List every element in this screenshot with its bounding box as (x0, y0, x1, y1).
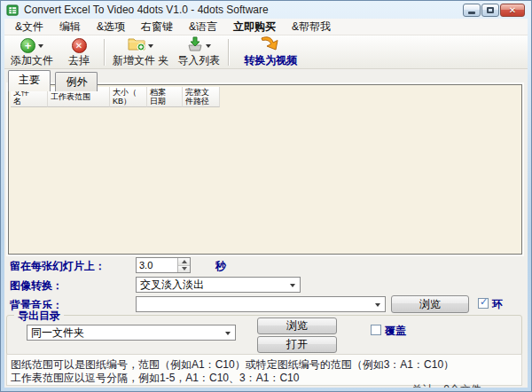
hint-line-2: 工作表范围应以逗号分隔，例如1-5，A1：C10、3：A1：C10 (11, 371, 299, 386)
window-controls: ✕ (463, 4, 525, 17)
convert-to-video-button[interactable]: 转换为视频 (232, 36, 309, 67)
maximize-button[interactable] (481, 4, 499, 17)
app-window: Convert Excel To Video 4dots V1.0 - 4dot… (0, 0, 532, 392)
menu-item-help[interactable]: &帮帮我 (284, 19, 339, 36)
spin-up-button[interactable] (178, 258, 190, 265)
loop-label: 环 (492, 297, 503, 312)
total-files-status: 总计：0个文件 (411, 382, 481, 388)
minimize-button[interactable] (463, 4, 481, 17)
export-directory-value: 同一文件夹 (31, 325, 84, 341)
new-folder-button[interactable]: 新增文件 夹 (108, 36, 173, 67)
minimize-icon (468, 12, 475, 14)
loop-checkbox[interactable] (478, 298, 489, 309)
add-files-button[interactable]: + 添加文件 (6, 36, 58, 67)
remove-icon: ✕ (72, 38, 87, 53)
new-folder-icon (128, 36, 145, 55)
chevron-down-icon (225, 332, 231, 338)
new-folder-dropdown-caret-icon[interactable] (148, 44, 153, 51)
toolbar-separator (228, 39, 229, 66)
menu-item-edit[interactable]: 编辑 (51, 19, 89, 36)
export-directory-legend: 导出目录 (14, 309, 64, 324)
slide-duration-label: 留在每张幻灯片上： (10, 259, 106, 274)
tab-strip: 主要 例外 (8, 70, 98, 85)
convert-to-video-icon (259, 35, 282, 56)
tab-main[interactable]: 主要 (8, 70, 51, 91)
transition-label: 图像转换： (10, 278, 63, 294)
export-open-button[interactable]: 打开 (257, 336, 337, 353)
export-browse-button[interactable]: 浏览 (257, 318, 337, 334)
import-list-dropdown-caret-icon[interactable] (206, 44, 211, 51)
column-header-size-kb[interactable]: 大小（ KB） (110, 87, 147, 107)
import-list-icon (187, 36, 203, 55)
remove-button[interactable]: ✕ 去掉 (58, 36, 100, 67)
column-header-file-date[interactable]: 档案 日期 (147, 87, 183, 107)
maximize-icon (487, 7, 494, 13)
client-area: &文件 编辑 &选项 右窗键 &语言 立即购买 &帮帮我 + 添加文件 ✕ 去掉 (4, 19, 528, 388)
column-header-full-path[interactable]: 完整文 件路径 (183, 87, 220, 107)
slide-duration-stepper (136, 257, 191, 273)
export-directory-group: 导出目录 同一文件夹 浏览 打开 覆盖 (6, 315, 522, 356)
music-browse-button[interactable]: 浏览 (391, 295, 469, 313)
transition-value: 交叉淡入淡出 (140, 278, 204, 293)
window-title: Convert Excel To Video 4dots V1.0 - 4dot… (24, 4, 269, 16)
spin-up-icon (182, 257, 187, 263)
overwrite-label: 覆盖 (385, 324, 406, 339)
toolbar-separator (104, 39, 105, 66)
close-button[interactable]: ✕ (500, 4, 525, 17)
add-files-dropdown-caret-icon[interactable] (38, 44, 43, 51)
music-select[interactable] (136, 296, 386, 312)
spin-down-icon (182, 267, 187, 273)
menu-item-right-key[interactable]: 右窗键 (133, 19, 181, 36)
close-icon: ✕ (509, 6, 516, 15)
chevron-down-icon (290, 284, 295, 290)
slide-duration-input[interactable] (137, 258, 177, 272)
titlebar: Convert Excel To Video 4dots V1.0 - 4dot… (1, 1, 531, 19)
chevron-down-icon (375, 303, 380, 310)
toolbar: + 添加文件 ✕ 去掉 (4, 35, 528, 69)
menu-item-buy-now[interactable]: 立即购买 (225, 19, 284, 36)
export-directory-select[interactable]: 同一文件夹 (27, 325, 236, 341)
overwrite-checkbox[interactable] (371, 325, 381, 335)
menu-item-language[interactable]: &语言 (181, 19, 225, 36)
app-icon (6, 4, 20, 17)
tab-exceptions[interactable]: 例外 (55, 72, 98, 91)
file-list[interactable]: 文件 名 工作表范围 大小（ KB） 档案 日期 完整文 件路径 (8, 84, 522, 255)
add-files-icon: + (20, 38, 35, 53)
menu-bar: &文件 编辑 &选项 右窗键 &语言 立即购买 &帮帮我 (4, 19, 528, 35)
menu-item-file[interactable]: &文件 (7, 19, 51, 36)
footer-panel: 图纸范围可以是图纸编号，范围（例如A1：C10）或特定图纸编号的范围（例如3：A… (6, 354, 522, 386)
import-list-button[interactable]: 导入列表 (173, 36, 224, 67)
seconds-label: 秒 (215, 259, 226, 274)
transition-select[interactable]: 交叉淡入淡出 (136, 277, 301, 293)
spin-down-button[interactable] (178, 265, 190, 273)
menu-item-options[interactable]: &选项 (89, 19, 133, 36)
